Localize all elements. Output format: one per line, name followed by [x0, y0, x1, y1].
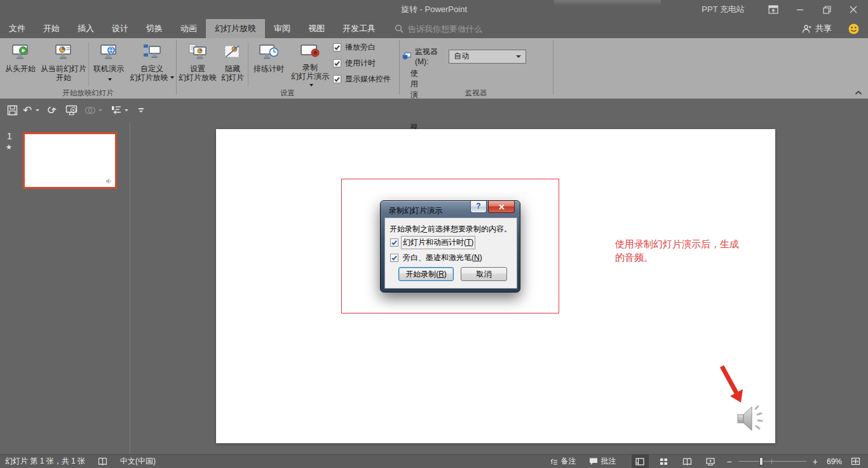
from-beginning-button[interactable]: 从头开始: [1, 39, 39, 89]
dialog-close-button[interactable]: [488, 201, 515, 213]
dialog-help-button[interactable]: ?: [470, 201, 487, 213]
fit-to-window-button[interactable]: [847, 455, 864, 468]
tab-home[interactable]: 开始: [34, 19, 69, 38]
custom-slideshow-icon: [142, 43, 161, 63]
rehearse-timings-button[interactable]: 排练计时: [249, 39, 288, 89]
zoom-in-button[interactable]: +: [810, 457, 820, 467]
custom-slideshow-button[interactable]: 自定义 幻灯片放映: [128, 39, 175, 89]
checkbox-checked-icon: [333, 43, 341, 52]
redo-icon: ↺: [43, 102, 58, 118]
present-online-button[interactable]: 联机演示: [89, 39, 128, 89]
dropdown-arrow-icon: [309, 84, 313, 86]
zoom-slider-handle[interactable]: [759, 457, 763, 465]
tab-developer[interactable]: 开发工具: [334, 19, 384, 38]
narrations-label: 旁白、墨迹和激光笔(: [403, 253, 474, 262]
slide-sorter-view-button[interactable]: [655, 455, 672, 468]
ribbon-display-options-button[interactable]: [760, 0, 787, 19]
customize-qat-button[interactable]: [139, 108, 144, 113]
show-media-controls-label: 显示媒体控件: [345, 74, 391, 85]
record-slideshow-icon: [300, 43, 320, 62]
show-media-controls-checkbox[interactable]: 显示媒体控件: [333, 74, 391, 85]
search-input[interactable]: [408, 24, 503, 34]
slide-thumbnail[interactable]: [23, 132, 117, 189]
reading-view-button[interactable]: [679, 455, 696, 468]
custom-slideshow-label-1: 自定义: [140, 65, 163, 74]
checkbox-checked-icon: [333, 75, 341, 83]
checkbox-checked-icon: [333, 59, 341, 67]
monitor-dropdown[interactable]: 自动: [449, 50, 526, 64]
hide-slide-button[interactable]: 隐藏 幻灯片: [218, 39, 247, 89]
restore-icon: [823, 6, 831, 14]
redo-button[interactable]: ↺: [43, 102, 58, 119]
proofing-book-icon[interactable]: [98, 457, 107, 466]
slide-editing-surface[interactable]: 使用录制幻灯片演示后，生成 的音频。 录制幻灯片演示: [216, 129, 775, 443]
overlapping-circles-icon: [85, 106, 96, 115]
thumbnail-audio-icon: [105, 178, 112, 184]
ribbon-slideshow: 从头开始 从当前幻灯片 开始 联机演示: [0, 38, 868, 99]
dropdown-arrow-icon: [170, 76, 174, 79]
normal-view-button[interactable]: [632, 455, 649, 468]
slide-canvas: 使用录制幻灯片演示后，生成 的音频。 录制幻灯片演示: [130, 122, 868, 454]
smiley-feedback-icon[interactable]: [848, 24, 859, 34]
from-current-slide-button[interactable]: 从当前幻灯片 开始: [39, 39, 88, 89]
close-button[interactable]: [840, 0, 867, 19]
notes-label: 备注: [561, 456, 576, 467]
monitor-icon: [402, 52, 411, 61]
tab-file[interactable]: 文件: [0, 19, 34, 38]
fit-to-window-icon: [851, 457, 860, 465]
slide-sorter-icon: [660, 458, 668, 465]
zoom-slider[interactable]: [738, 455, 806, 468]
slideshow-view-button[interactable]: [702, 455, 719, 468]
search-icon: [395, 24, 403, 33]
tab-review[interactable]: 审阅: [265, 19, 299, 38]
format-dropdown-arrow-icon[interactable]: [125, 109, 128, 111]
comments-toggle[interactable]: 批注: [583, 455, 623, 468]
collapse-ribbon-button[interactable]: [855, 90, 862, 95]
notes-toggle[interactable]: 备注: [543, 455, 583, 468]
setup-slideshow-label-2: 幻灯片放映: [179, 74, 217, 83]
zoom-percentage[interactable]: 69%: [820, 457, 847, 466]
dialog-intro-text: 开始录制之前选择想要录制的内容。: [390, 224, 512, 235]
cancel-button[interactable]: 取消: [461, 267, 507, 281]
reading-view-icon: [682, 458, 692, 465]
save-icon: [7, 105, 18, 116]
language-indicator[interactable]: 中文(中国): [120, 456, 156, 467]
tab-view[interactable]: 视图: [299, 19, 334, 38]
undo-button[interactable]: ↶: [20, 102, 35, 119]
slideshow-view-icon: [706, 458, 715, 465]
tab-insert[interactable]: 插入: [69, 19, 103, 38]
play-narrations-label: 播放旁白: [345, 42, 376, 53]
group-label-start-slideshow: 开始放映幻灯片: [0, 89, 176, 98]
addin-brand-label: PPT 充电站: [702, 4, 745, 15]
slide-counter: 幻灯片 第 1 张，共 1 张: [5, 456, 85, 467]
start-recording-button[interactable]: 开始录制(R): [398, 267, 454, 281]
tell-me-search[interactable]: [395, 19, 503, 38]
annotation-line-2: 的音频。: [615, 251, 761, 264]
chevron-down-icon: [516, 55, 521, 58]
share-button[interactable]: 共享: [802, 19, 832, 38]
record-slideshow-button[interactable]: 录制 幻灯片演示: [288, 39, 332, 89]
timings-checkbox[interactable]: 幻灯片和动画计时(T): [390, 237, 475, 249]
from-beginning-icon: [11, 43, 30, 63]
tab-slideshow[interactable]: 幻灯片放映: [206, 19, 265, 38]
use-timings-checkbox[interactable]: 使用计时: [333, 58, 391, 69]
record-slideshow-label-2: 幻灯片演示: [291, 72, 329, 81]
tab-design[interactable]: 设计: [103, 19, 137, 38]
present-online-label: 联机演示: [93, 65, 124, 74]
save-button[interactable]: [4, 102, 20, 119]
restore-button[interactable]: [813, 0, 840, 19]
close-icon: [499, 204, 505, 210]
tab-animations[interactable]: 动画: [172, 19, 206, 38]
play-narrations-checkbox[interactable]: 播放旁白: [333, 42, 391, 53]
rehearse-timings-icon: [259, 43, 279, 63]
audio-speaker-object[interactable]: [733, 401, 766, 434]
slide-number: 1: [7, 131, 12, 141]
minimize-button[interactable]: [787, 0, 813, 19]
narrations-checkbox[interactable]: 旁白、墨迹和激光笔(N): [390, 252, 484, 264]
setup-slideshow-button[interactable]: 设置 幻灯片放映: [177, 39, 218, 89]
paragraph-format-button[interactable]: [109, 102, 124, 119]
undo-dropdown-arrow-icon[interactable]: [36, 109, 39, 111]
start-from-beginning-button[interactable]: [64, 102, 79, 119]
tab-transitions[interactable]: 切换: [137, 19, 172, 38]
zoom-out-button[interactable]: −: [724, 457, 735, 467]
